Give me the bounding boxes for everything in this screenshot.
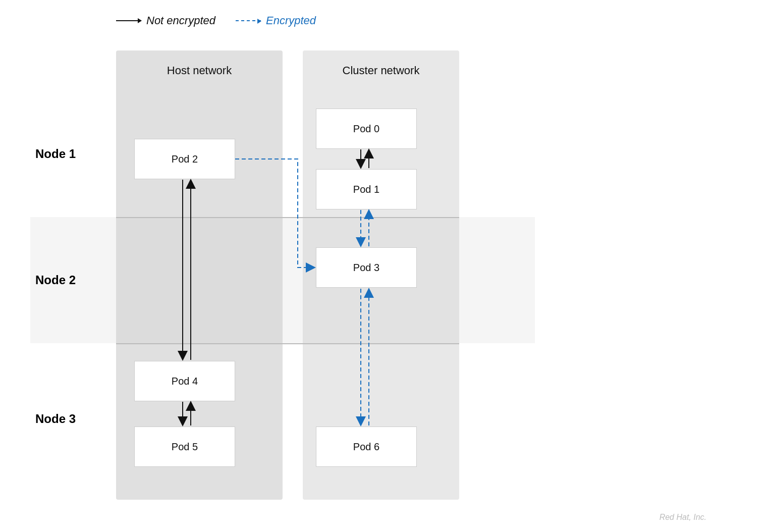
encrypted-arrow [236,20,261,21]
not-encrypted-arrow [116,20,141,21]
host-network-header: Host network [116,50,283,91]
host-network-label: Host network [167,64,232,77]
node3-band: Node 3 [30,343,535,495]
cluster-network-label: Cluster network [343,64,420,77]
pod4-box: Pod 4 [134,361,235,401]
node1-band: Node 1 [30,91,535,217]
divider2 [116,343,459,344]
node3-label: Node 3 [35,412,76,426]
node1-label: Node 1 [35,147,76,161]
pod4-label: Pod 4 [172,376,198,387]
diagram-container: Not encrypted Encrypted Host network Clu… [0,0,767,532]
cluster-network-header: Cluster network [303,50,459,91]
pod5-box: Pod 5 [134,427,235,467]
pod2-label: Pod 2 [172,153,198,165]
pod5-label: Pod 5 [172,441,198,453]
diagram-main: Host network Cluster network Node 1 Node… [30,50,535,500]
pod0-label: Pod 0 [353,123,379,135]
legend: Not encrypted Encrypted [116,14,316,27]
pod0-box: Pod 0 [316,109,417,149]
not-encrypted-label: Not encrypted [146,14,215,27]
pod1-label: Pod 1 [353,184,379,195]
pod3-label: Pod 3 [353,262,379,274]
node2-band: Node 2 [30,217,535,343]
legend-encrypted: Encrypted [236,14,316,27]
node2-label: Node 2 [35,273,76,287]
pod2-box: Pod 2 [134,139,235,179]
pod1-box: Pod 1 [316,169,417,209]
watermark: Red Hat, Inc. [660,513,706,522]
encrypted-label: Encrypted [266,14,316,27]
legend-not-encrypted: Not encrypted [116,14,215,27]
pod6-box: Pod 6 [316,427,417,467]
divider1 [116,217,459,218]
pod6-label: Pod 6 [353,441,379,453]
pod3-box: Pod 3 [316,247,417,288]
